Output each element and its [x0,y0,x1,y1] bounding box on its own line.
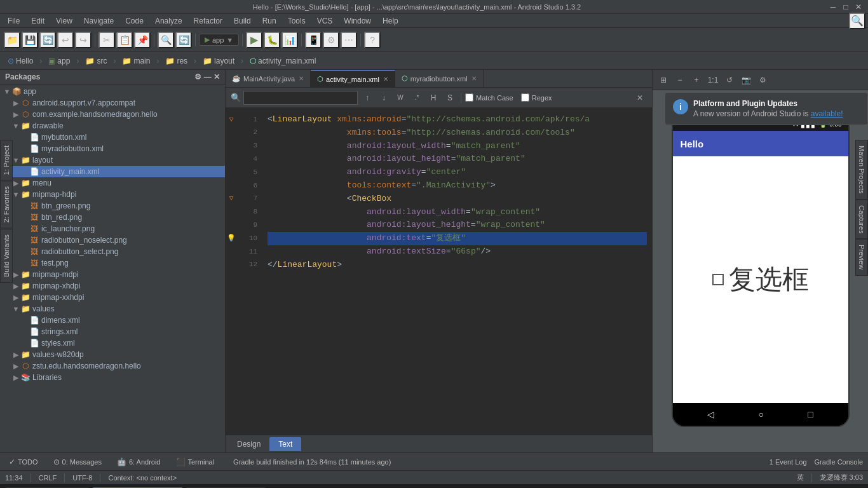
lp-gear[interactable]: ⚙ [194,72,201,81]
gutter-fold-1[interactable]: ▽ [229,113,234,126]
phone-back-button[interactable]: ◁ [707,409,714,419]
tab-myradiobutton[interactable]: ⬡ myradiobutton.xml ✕ [395,70,484,87]
arrow-w820dp[interactable]: ▶ [11,351,20,359]
preview-zoom-out[interactable]: − [673,73,687,87]
event-log-link[interactable]: 1 Event Log [770,458,807,466]
find-in-selection[interactable]: S [443,91,457,105]
gutter-fold-7[interactable]: ▽ [229,193,234,206]
menu-refactor[interactable]: Refactor [189,15,227,27]
toolbar-btn-2[interactable]: 💾 [22,32,38,48]
tree-item-styles[interactable]: 📄 styles.xml [0,337,225,349]
captures-tab[interactable]: Captures [855,200,868,240]
nav-layout[interactable]: 📁 layout [200,55,237,67]
regex-checkbox[interactable]: Regex [521,93,552,102]
find-input[interactable] [243,91,358,105]
tab-design[interactable]: Design [228,437,269,451]
build-variants-tab[interactable]: Build Variants [0,229,13,283]
preview-screenshot[interactable]: 📷 [739,73,753,87]
find-prev-button[interactable]: ↑ [360,91,374,105]
menu-navigate[interactable]: Navigate [79,15,119,27]
find-regex-button[interactable]: .* [410,91,424,105]
nav-main[interactable]: 📁 main [119,55,153,67]
arrow-values[interactable]: ▼ [11,305,20,313]
tree-item-values-w820dp[interactable]: ▶ 📁 values-w820dp [0,349,225,360]
tab-mainactivity[interactable]: ☕ MainActivity.java ✕ [226,70,311,87]
lp-close[interactable]: ✕ [214,72,220,81]
messages-panel-item[interactable]: ⊙ 0: Messages [50,456,105,468]
menu-view[interactable]: View [51,15,78,27]
toolbar-redo[interactable]: ↪ [75,32,92,48]
preview-zoom-100[interactable]: 1:1 [706,73,720,87]
toolbar-find[interactable]: 🔍 [158,32,174,48]
tree-item-drawable[interactable]: ▼ 📁 drawable [0,120,225,132]
arrow-xxhdpi[interactable]: ▶ [11,294,20,302]
tree-item-test-png[interactable]: 🖼 test.png [0,257,225,269]
tree-item-btn-red[interactable]: 🖼 btn_red.png [0,212,225,223]
android-panel-item[interactable]: 🤖 6: Android [113,456,165,468]
tree-item-btn-green[interactable]: 🖼 btn_green.png [0,200,225,212]
tree-item-mipmap-xxhdpi[interactable]: ▶ 📁 mipmap-xxhdpi [0,292,225,303]
search-everywhere-button[interactable]: 🔍 [849,13,865,29]
tree-item-dimens[interactable]: 📄 dimens.xml [0,315,225,326]
project-panel-tab[interactable]: 1: Project [0,140,13,180]
close-button[interactable]: ✕ [854,3,863,11]
tree-item-values[interactable]: ▼ 📁 values [0,303,225,315]
tree-item-menu[interactable]: ▶ 📁 menu [0,177,225,189]
nav-hello[interactable]: ⊙ Hello [5,55,36,67]
tree-item-layout[interactable]: ▼ 📁 layout [0,154,225,166]
toolbar-btn-sync[interactable]: 🔄 [39,32,56,48]
arrow-drawable[interactable]: ▼ [11,122,20,130]
arrow-example[interactable]: ▶ [11,111,20,119]
arrow-libraries[interactable]: ▶ [11,374,20,382]
preview-zoom-fit[interactable]: ⊞ [656,73,670,87]
maven-projects-tab[interactable]: Maven Projects [855,140,868,200]
arrow-mdpi[interactable]: ▶ [11,271,20,279]
arrow-xhdpi[interactable]: ▶ [11,282,20,290]
tree-item-support[interactable]: ▶ ⬡ android.support.v7.appcompat [0,97,225,109]
toolbar-undo[interactable]: ↩ [57,32,74,48]
tab-close-myradiobutton[interactable]: ✕ [471,75,477,82]
code-editor[interactable]: ▽ ▽ 💡 1 2 3 4 [226,108,652,435]
avd-manager[interactable]: 📱 [305,32,322,48]
nav-activity-main[interactable]: ⬡ activity_main.xml [247,55,318,67]
menu-tools[interactable]: Tools [283,15,311,27]
preview-refresh[interactable]: ↺ [722,73,736,87]
code-lines[interactable]: <LinearLayout xmlns:android="http://sche… [262,113,652,272]
find-next-button[interactable]: ↓ [377,91,391,105]
tree-item-mipmap-mdpi[interactable]: ▶ 📁 mipmap-mdpi [0,269,225,280]
arrow-menu[interactable]: ▶ [11,179,20,187]
find-close-button[interactable]: ✕ [633,91,647,105]
terminal-panel-item[interactable]: ⬛ Terminal [172,456,219,468]
menu-vcs[interactable]: VCS [312,15,338,27]
find-word-button[interactable]: W [393,91,407,105]
arrow-hdpi[interactable]: ▼ [11,191,20,198]
toolbar-btn-1[interactable]: 📁 [4,32,20,48]
nav-res[interactable]: 📁 res [163,55,190,67]
find-highlight-button[interactable]: H [426,91,440,105]
gradle-console-link[interactable]: Gradle Console [815,458,863,466]
toolbar-paste[interactable]: 📌 [134,32,151,48]
tree-item-example[interactable]: ▶ ⬡ com.example.handsomedragon.hello [0,109,225,120]
help-button[interactable]: ? [364,32,381,48]
tree-item-app[interactable]: ▼ 📦 app [0,86,225,97]
lp-collapse[interactable]: — [204,72,212,81]
favorites-panel-tab[interactable]: 2: Favorites [0,180,13,228]
tree-item-libraries[interactable]: ▶ 📚 Libraries [0,372,225,383]
tab-text[interactable]: Text [269,437,301,451]
tree-item-radiobutton-select[interactable]: 🖼 radiobutton_select.png [0,246,225,257]
preview-settings[interactable]: ⚙ [756,73,770,87]
menu-build[interactable]: Build [229,15,256,27]
arrow-support[interactable]: ▶ [11,99,20,107]
tree-item-activity-main[interactable]: 📄 activity_main.xml [0,166,225,177]
tree-item-ic-launcher[interactable]: 🖼 ic_launcher.png [0,223,225,234]
arrow-zstu[interactable]: ▶ [11,362,20,370]
menu-run[interactable]: Run [257,15,281,27]
minimize-button[interactable]: ─ [829,3,837,11]
menu-file[interactable]: File [3,15,25,27]
todo-panel-item[interactable]: ✓ TODO [5,456,42,468]
sdk-manager[interactable]: ⚙ [323,32,339,48]
toolbar-copy[interactable]: 📋 [116,32,133,48]
tree-item-mybutton[interactable]: 📄 mybutton.xml [0,132,225,143]
match-case-checkbox[interactable]: Match Case [465,93,513,102]
run-button[interactable]: ▶ [246,32,262,48]
